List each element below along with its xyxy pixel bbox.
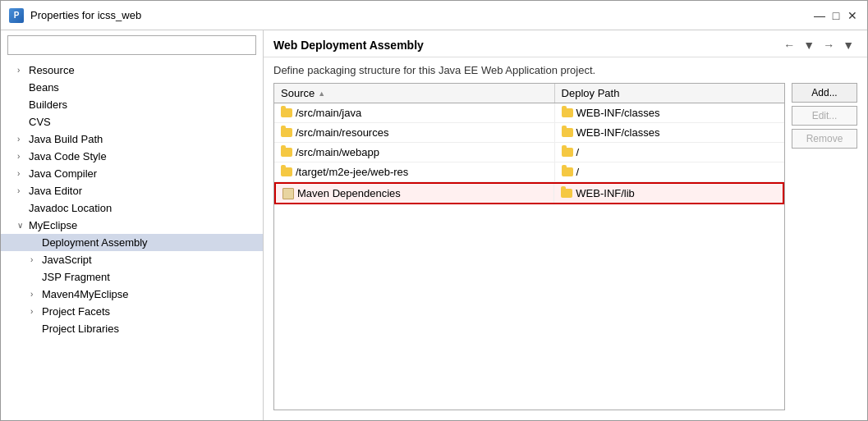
sidebar-item-label: MyEclipse	[29, 219, 77, 231]
tree-list: › Resource Beans Builders CVS	[1, 60, 263, 420]
sidebar-item-label: JSP Fragment	[42, 271, 110, 283]
back-dropdown-button[interactable]: ▼	[800, 37, 818, 53]
sort-icon: ▲	[318, 89, 325, 98]
folder-icon	[562, 128, 573, 137]
sidebar: › Resource Beans Builders CVS	[1, 30, 264, 420]
arrow-icon: ›	[30, 307, 39, 316]
arrow-icon: ›	[30, 290, 39, 299]
table-header: Source ▲ Deploy Path	[274, 84, 784, 103]
sidebar-item-java-build-path[interactable]: › Java Build Path	[1, 130, 263, 148]
table-row[interactable]: /src/main/webapp /	[274, 143, 784, 162]
table-row[interactable]: /target/m2e-jee/web-res /	[274, 162, 784, 182]
sidebar-item-label: Maven4MyEclipse	[42, 288, 129, 300]
sidebar-item-label: Resource	[29, 64, 75, 76]
cell-source: /src/main/webapp	[274, 143, 555, 162]
table-row-maven[interactable]: Maven Dependencies WEB-INF/lib	[274, 182, 784, 204]
folder-icon	[561, 189, 572, 198]
folder-icon	[281, 167, 292, 176]
sidebar-item-java-code-style[interactable]: › Java Code Style	[1, 148, 263, 165]
arrow-icon: ›	[30, 255, 39, 264]
arrow-icon: ∨	[17, 221, 25, 230]
arrow-icon: ›	[17, 186, 25, 195]
sidebar-item-javadoc[interactable]: Javadoc Location	[1, 199, 263, 217]
folder-icon	[281, 108, 292, 117]
sidebar-item-label: Java Editor	[29, 185, 82, 197]
sidebar-item-label: Javadoc Location	[29, 202, 112, 214]
panel-title: Web Deployment Assembly	[273, 39, 424, 52]
sidebar-item-deployment-assembly[interactable]: Deployment Assembly	[1, 234, 263, 251]
title-bar: P Properties for icss_web — □ ✕	[1, 1, 867, 30]
window-controls: — □ ✕	[813, 9, 859, 22]
sidebar-item-builders[interactable]: Builders	[1, 96, 263, 113]
sidebar-item-resource[interactable]: › Resource	[1, 62, 263, 79]
forward-dropdown-button[interactable]: ▼	[839, 37, 857, 53]
arrow-icon: ›	[17, 66, 25, 75]
sidebar-item-javascript[interactable]: › JavaScript	[1, 251, 263, 268]
col-header-deploy: Deploy Path	[555, 84, 784, 103]
arrow-icon: ›	[17, 152, 25, 161]
maven-icon	[282, 188, 294, 199]
sidebar-item-java-editor[interactable]: › Java Editor	[1, 182, 263, 199]
sidebar-item-label: Beans	[29, 81, 59, 94]
sidebar-item-myeclipse[interactable]: ∨ MyEclipse	[1, 217, 263, 234]
cell-source: /src/main/java	[274, 103, 555, 122]
sidebar-item-label: CVS	[29, 116, 51, 128]
arrow-icon: ›	[17, 135, 25, 144]
sidebar-item-cvs[interactable]: CVS	[1, 113, 263, 130]
folder-icon	[562, 167, 573, 176]
panel-description: Define packaging structure for this Java…	[264, 57, 867, 83]
sidebar-item-label: Deployment Assembly	[42, 236, 148, 249]
main-panel: Web Deployment Assembly ← ▼ → ▼ Define p…	[264, 30, 867, 420]
content-area: › Resource Beans Builders CVS	[1, 30, 867, 420]
sidebar-item-label: Project Libraries	[42, 323, 119, 335]
cell-deploy: /	[555, 162, 784, 181]
cell-deploy: WEB-INF/lib	[554, 184, 783, 203]
sidebar-item-project-libraries[interactable]: Project Libraries	[1, 320, 263, 337]
nav-buttons: ← ▼ → ▼	[780, 37, 857, 53]
window-title: Properties for icss_web	[30, 9, 141, 21]
cell-deploy: /	[555, 143, 784, 162]
folder-icon	[281, 128, 292, 137]
cell-source: Maven Dependencies	[276, 184, 554, 203]
sidebar-item-label: Java Code Style	[29, 150, 107, 162]
table-body: /src/main/java WEB-INF/classes /src	[274, 103, 784, 410]
arrow-icon: ›	[17, 169, 25, 178]
sidebar-item-jsp-fragment[interactable]: JSP Fragment	[1, 268, 263, 286]
cell-source: /target/m2e-jee/web-res	[274, 162, 555, 181]
properties-window: P Properties for icss_web — □ ✕ › Resour…	[0, 0, 868, 421]
folder-icon	[281, 148, 292, 157]
sidebar-item-java-compiler[interactable]: › Java Compiler	[1, 165, 263, 182]
side-buttons: Add... Edit... Remove	[792, 83, 857, 410]
edit-button[interactable]: Edit...	[792, 106, 857, 126]
cell-deploy: WEB-INF/classes	[555, 123, 784, 142]
cell-source: /src/main/resources	[274, 123, 555, 142]
minimize-button[interactable]: —	[813, 9, 826, 22]
sidebar-item-beans[interactable]: Beans	[1, 79, 263, 96]
cell-deploy: WEB-INF/classes	[555, 103, 784, 122]
col-header-source: Source ▲	[274, 84, 555, 103]
title-bar-left: P Properties for icss_web	[9, 8, 141, 23]
forward-button[interactable]: →	[820, 37, 838, 53]
deployment-table: Source ▲ Deploy Path /src/main/java	[273, 83, 785, 410]
folder-icon	[562, 108, 573, 117]
sidebar-item-label: Java Compiler	[29, 167, 97, 180]
search-input[interactable]	[7, 35, 256, 55]
close-button[interactable]: ✕	[846, 9, 859, 22]
sidebar-item-maven4myeclipse[interactable]: › Maven4MyEclipse	[1, 286, 263, 303]
panel-header: Web Deployment Assembly ← ▼ → ▼	[264, 30, 867, 57]
app-icon: P	[9, 8, 24, 23]
back-button[interactable]: ←	[780, 37, 798, 53]
sidebar-item-label: Java Build Path	[29, 133, 103, 145]
add-button[interactable]: Add...	[792, 83, 857, 103]
sidebar-item-project-facets[interactable]: › Project Facets	[1, 303, 263, 320]
panel-body: Source ▲ Deploy Path /src/main/java	[264, 83, 867, 420]
remove-button[interactable]: Remove	[792, 129, 857, 149]
maximize-button[interactable]: □	[829, 9, 843, 22]
table-row[interactable]: /src/main/java WEB-INF/classes	[274, 103, 784, 123]
table-row[interactable]: /src/main/resources WEB-INF/classes	[274, 123, 784, 143]
sidebar-item-label: Project Facets	[42, 305, 110, 318]
sidebar-item-label: Builders	[29, 98, 67, 111]
folder-icon	[562, 148, 573, 157]
sidebar-item-label: JavaScript	[42, 254, 92, 266]
